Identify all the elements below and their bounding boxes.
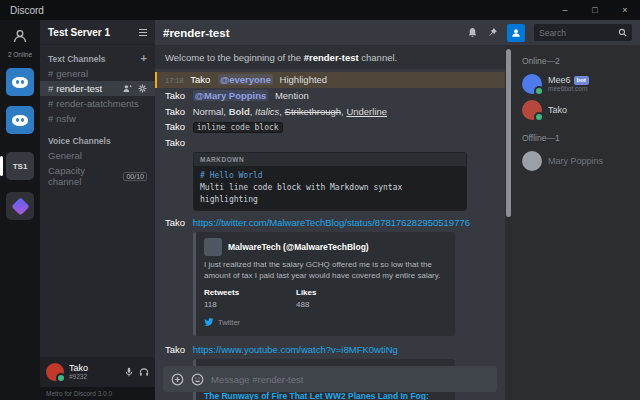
add-channel-icon[interactable]: +	[141, 53, 147, 64]
member-list-toggle-icon[interactable]	[507, 24, 525, 42]
message-text: Highlighted	[280, 74, 328, 85]
member-activity: mee6bot.com	[548, 85, 589, 92]
channel-name: general	[56, 68, 88, 79]
search-icon[interactable]	[618, 28, 627, 37]
twitter-link[interactable]: https://twitter.com/MalwareTechBlog/stat…	[193, 217, 470, 228]
upload-plus-icon[interactable]	[171, 373, 184, 386]
member-info: Mary Poppins	[548, 156, 603, 166]
member-mee6[interactable]: Mee6bot mee6bot.com	[512, 71, 640, 97]
channel-render-test[interactable]: # render-test	[40, 81, 155, 96]
twitter-bird-icon	[204, 317, 214, 331]
offline-header: Offline—1	[512, 133, 640, 143]
voice-channels-section: Voice Channels	[40, 134, 155, 148]
message-author[interactable]: Tako	[165, 106, 185, 117]
server-icon-discord[interactable]	[6, 106, 34, 134]
segment-underline: Underline	[346, 106, 387, 117]
member-mary-poppins[interactable]: Mary Poppins	[512, 148, 640, 174]
close-button[interactable]: ×	[610, 0, 640, 20]
text-channels-section: Text Channels +	[40, 51, 155, 66]
member-name: Mary Poppins	[548, 156, 603, 166]
voice-channels-label: Voice Channels	[48, 136, 147, 146]
message-highlighted[interactable]: 17:18 Tako @everyone Highlighted	[155, 72, 505, 88]
discord-logo-icon	[12, 115, 28, 126]
message-mention[interactable]: Tako @Mary Poppins Mention	[155, 88, 505, 104]
channel-panel: Test Server 1 Text Channels + # general …	[40, 20, 155, 400]
channel-title: #render-test	[163, 27, 458, 39]
microphone-icon[interactable]	[124, 367, 134, 377]
channel-settings-gear-icon[interactable]	[138, 84, 147, 93]
metro-logo-icon	[11, 197, 29, 215]
channel-render-atatchments[interactable]: # render-atatchments	[40, 96, 155, 111]
server-icon-metro[interactable]	[6, 192, 34, 220]
user-avatar[interactable]	[46, 363, 64, 381]
user-profile-icon[interactable]	[12, 28, 28, 44]
notifications-bell-icon[interactable]	[467, 27, 478, 38]
emoji-icon[interactable]	[191, 373, 204, 386]
retweets-label: Retweets	[204, 287, 296, 299]
invite-people-icon[interactable]	[123, 84, 132, 93]
online-status-dot	[534, 86, 544, 96]
search-input[interactable]: Search	[534, 24, 632, 41]
message-code-block[interactable]: Tako MARKDOWN # Hello World Multi line c…	[155, 135, 505, 215]
server-icon-home[interactable]	[6, 68, 34, 96]
tweet-stats: Retweets 118 Likes 488	[204, 287, 447, 311]
pinned-messages-icon[interactable]	[487, 27, 498, 38]
voice-channel-capacity[interactable]: Capacity channel 00/10	[40, 163, 155, 189]
embed-provider: Twitter	[218, 318, 240, 329]
message-author[interactable]: Tako	[190, 74, 210, 85]
chat-scrollbar[interactable]	[505, 46, 512, 400]
server-rail: 2 Online TS1	[0, 20, 40, 400]
channel-name: Capacity channel	[48, 165, 117, 187]
voice-channel-general[interactable]: General	[40, 148, 155, 163]
likes-field: Likes 488	[296, 287, 388, 311]
message-inline-code[interactable]: Tako inline code block	[155, 119, 505, 135]
bot-badge: bot	[574, 76, 589, 85]
message-author[interactable]: Tako	[165, 121, 185, 132]
online-count: 2 Online	[8, 51, 32, 58]
twitter-author-name[interactable]: MalwareTech (@MalwareTechBlog)	[228, 241, 369, 253]
message-author[interactable]: Tako	[165, 137, 185, 148]
youtube-link[interactable]: https://www.youtube.com/watch?v=i8MFK0wt…	[193, 344, 398, 355]
twitter-embed-header: MalwareTech (@MalwareTechBlog)	[204, 238, 447, 256]
user-mention[interactable]: @Mary Poppins	[193, 90, 269, 101]
server-header[interactable]: Test Server 1	[40, 20, 155, 45]
headphones-icon[interactable]	[139, 367, 149, 377]
channel-nsfw[interactable]: # nsfw	[40, 111, 155, 126]
minimize-button[interactable]: –	[550, 0, 580, 20]
online-status-dot	[534, 112, 544, 122]
likes-label: Likes	[296, 287, 388, 299]
server-menu-icon[interactable]	[139, 29, 147, 36]
code-block: MARKDOWN # Hello World Multi line code b…	[193, 152, 467, 211]
segment-bold: Bold	[229, 106, 250, 117]
message-author[interactable]: Tako	[165, 344, 185, 355]
chat-scrollbar-thumb[interactable]	[506, 49, 511, 217]
hash-icon: #	[48, 98, 53, 109]
everyone-mention[interactable]: @everyone	[218, 74, 273, 85]
channel-list: Text Channels + # general # render-test …	[40, 45, 155, 357]
message-text: Mention	[275, 90, 309, 101]
video-title-link[interactable]: The Runways of Fire That Let WW2 Planes …	[204, 391, 447, 400]
hash-icon: #	[48, 68, 53, 79]
server-icon-test-server-1[interactable]: TS1	[6, 152, 34, 180]
message-twitter-link[interactable]: Tako https://twitter.com/MalwareTechBlog…	[155, 215, 505, 342]
maximize-button[interactable]: □	[580, 0, 610, 20]
app-title: Discord	[10, 5, 550, 16]
welcome-suffix: channel.	[359, 52, 398, 63]
message-author[interactable]: Tako	[165, 90, 185, 101]
channel-welcome-banner: Welcome to the beginning of the #render-…	[155, 46, 505, 69]
window-titlebar: Discord – □ ×	[0, 0, 640, 20]
message-input[interactable]: Message #render-test	[163, 366, 497, 392]
username: Tako	[69, 363, 119, 373]
welcome-channel-name: #render-test	[304, 52, 359, 63]
app-version: Metro for Discord 3.0.0	[40, 387, 155, 400]
message-formatting[interactable]: Tako Normal, Bold, Italics, Strikethroug…	[155, 104, 505, 120]
message-author[interactable]: Tako	[165, 217, 185, 228]
online-header: Online—2	[512, 56, 640, 66]
chat-header: #render-test Search	[155, 20, 640, 46]
mary-poppins-avatar	[522, 151, 542, 171]
timestamp: 17:18	[165, 76, 184, 85]
twitter-embed[interactable]: MalwareTech (@MalwareTechBlog) I just re…	[193, 232, 455, 336]
channel-general[interactable]: # general	[40, 66, 155, 81]
member-tako[interactable]: Tako	[512, 97, 640, 123]
member-info: Mee6bot mee6bot.com	[548, 75, 589, 93]
